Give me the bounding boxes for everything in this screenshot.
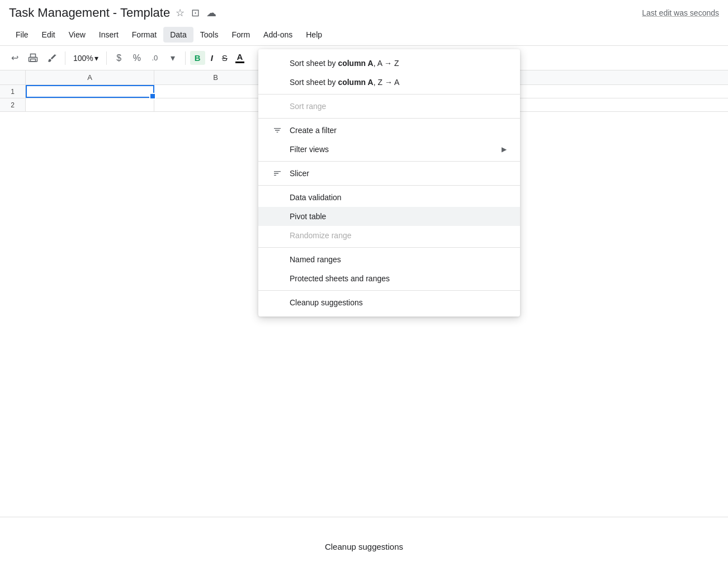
- row-num-2: 2: [0, 98, 26, 111]
- italic-button[interactable]: I: [207, 51, 216, 65]
- row-num-corner: [0, 70, 26, 84]
- cell-a2[interactable]: [26, 98, 154, 111]
- slicer-icon: [272, 169, 283, 178]
- menu-separator-6: [258, 290, 520, 291]
- menu-separator-5: [258, 247, 520, 248]
- pivot-table-option[interactable]: Pivot table: [258, 207, 520, 226]
- bold-button[interactable]: B: [190, 51, 205, 65]
- data-validation-option[interactable]: Data validation: [258, 188, 520, 207]
- filter-icon: [272, 126, 283, 135]
- sort-az-label: Sort sheet by column A, A → Z: [290, 59, 507, 68]
- menu-item-file[interactable]: File: [9, 27, 35, 43]
- filter-views-option[interactable]: Filter views ▶: [258, 140, 520, 159]
- menu-separator-4: [258, 185, 520, 186]
- data-dropdown-menu: Sort sheet by column A, A → Z Sort sheet…: [258, 49, 520, 317]
- toolbar-separator-3: [185, 51, 186, 65]
- menu-item-data[interactable]: Data: [163, 27, 193, 43]
- create-filter-option[interactable]: Create a filter: [258, 121, 520, 140]
- protected-sheets-label: Protected sheets and ranges: [290, 274, 507, 283]
- cleanup-bar: Cleanup suggestions: [0, 517, 728, 576]
- doc-title: Task Management - Template: [9, 6, 170, 20]
- sort-range-label: Sort range: [290, 102, 507, 111]
- sort-range-option: Sort range: [258, 97, 520, 116]
- title-bar: Task Management - Template ☆ ⊡ ☁ Last ed…: [0, 0, 728, 23]
- menu-item-view[interactable]: View: [62, 27, 92, 43]
- cloud-icon[interactable]: ☁: [206, 7, 216, 19]
- named-ranges-label: Named ranges: [290, 255, 507, 264]
- sort-za-option[interactable]: Sort sheet by column A, Z → A: [258, 73, 520, 92]
- title-icons: ☆ ⊡ ☁: [176, 7, 216, 19]
- font-color-bar: [235, 62, 244, 63]
- percent-button[interactable]: %: [129, 51, 145, 65]
- toolbar-separator-1: [65, 51, 65, 65]
- filter-views-arrow-icon: ▶: [502, 145, 507, 153]
- decimal-button[interactable]: .0: [147, 51, 163, 64]
- filter-views-label: Filter views: [290, 145, 495, 154]
- pivot-table-label: Pivot table: [290, 212, 507, 221]
- data-validation-label: Data validation: [290, 193, 507, 202]
- font-color-button[interactable]: A: [233, 51, 247, 64]
- zoom-selector[interactable]: 100% ▾: [70, 52, 102, 64]
- menu-item-edit[interactable]: Edit: [35, 27, 62, 43]
- menu-item-tools[interactable]: Tools: [193, 27, 225, 43]
- paint-format-button[interactable]: [44, 51, 60, 65]
- cleanup-suggestions-option[interactable]: Cleanup suggestions: [258, 293, 520, 312]
- named-ranges-option[interactable]: Named ranges: [258, 250, 520, 269]
- menu-item-addons[interactable]: Add-ons: [257, 27, 299, 43]
- randomize-range-option: Randomize range: [258, 226, 520, 245]
- cleanup-suggestions-label: Cleanup suggestions: [290, 298, 507, 307]
- menu-item-help[interactable]: Help: [299, 27, 329, 43]
- strikethrough-button[interactable]: S: [219, 51, 231, 65]
- star-icon[interactable]: ☆: [176, 7, 185, 19]
- last-edit-text: Last edit was seconds: [642, 8, 719, 17]
- menu-item-form[interactable]: Form: [225, 27, 257, 43]
- slicer-label: Slicer: [290, 169, 507, 178]
- more-formats-button[interactable]: ▾: [165, 50, 181, 65]
- folder-icon[interactable]: ⊡: [191, 7, 200, 19]
- zoom-arrow-icon: ▾: [94, 54, 98, 63]
- menu-separator-2: [258, 118, 520, 119]
- randomize-range-label: Randomize range: [290, 231, 507, 240]
- currency-button[interactable]: $: [111, 51, 127, 65]
- print-button[interactable]: [25, 51, 41, 65]
- sort-za-label: Sort sheet by column A, Z → A: [290, 78, 507, 87]
- create-filter-label: Create a filter: [290, 126, 507, 135]
- cell-a1[interactable]: [26, 85, 154, 98]
- font-color-letter: A: [237, 53, 243, 61]
- undo-button[interactable]: ↩: [7, 50, 22, 65]
- menu-separator-1: [258, 94, 520, 95]
- row-num-1: 1: [0, 85, 26, 98]
- zoom-value: 100%: [73, 54, 93, 63]
- svg-rect-2: [31, 59, 36, 62]
- toolbar-separator-2: [106, 51, 107, 65]
- menu-item-format[interactable]: Format: [125, 27, 163, 43]
- sort-az-option[interactable]: Sort sheet by column A, A → Z: [258, 54, 520, 73]
- menu-separator-3: [258, 161, 520, 162]
- cleanup-bar-text: Cleanup suggestions: [325, 542, 403, 551]
- svg-rect-0: [31, 54, 36, 57]
- menu-bar: File Edit View Insert Format Data Tools …: [0, 23, 728, 46]
- menu-item-insert[interactable]: Insert: [92, 27, 125, 43]
- col-header-a[interactable]: A: [26, 70, 154, 84]
- slicer-option[interactable]: Slicer: [258, 164, 520, 183]
- protected-sheets-option[interactable]: Protected sheets and ranges: [258, 269, 520, 288]
